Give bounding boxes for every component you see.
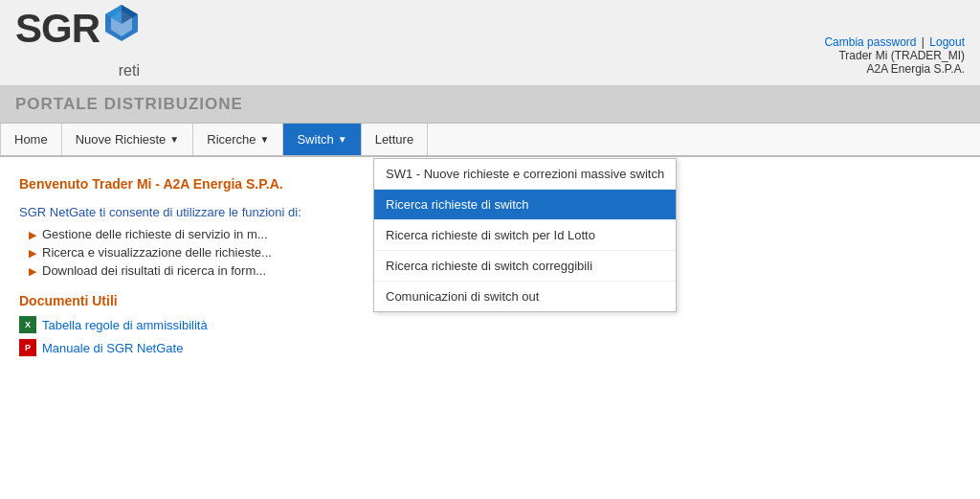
dropdown-item-sw1[interactable]: SW1 - Nuove richieste e correzioni massi… [374,159,676,190]
nav-letture[interactable]: Letture [362,124,428,155]
header-links: Cambia password | Logout [824,35,965,49]
dropdown-item-sw1-label: SW1 - Nuove richieste e correzioni massi… [386,167,664,181]
dropdown-item-ricerca-switch-label: Ricerca richieste di switch [386,197,529,212]
dropdown-item-ricerca-switch[interactable]: Ricerca richieste di switch [374,190,676,220]
bullet-arrow-icon: ▶ [29,265,36,278]
dropdown-item-ricerca-id-lotto-label: Ricerca richieste di switch per Id Lotto [386,228,595,242]
nav-switch-label: Switch [297,132,333,147]
dropdown-item-comunicazioni-label: Comunicazioni di switch out [386,289,539,304]
link-separator: | [922,35,924,49]
nav-letture-label: Letture [375,132,413,147]
dropdown-item-comunicazioni[interactable]: Comunicazioni di switch out [374,282,676,311]
dropdown-item-ricerca-correggibili-label: Ricerca richieste di switch correggibili [386,259,592,273]
xls-icon: X [19,316,36,333]
user-info: Trader Mi (TRADER_MI) [824,49,965,62]
doc-row-tabella: X Tabella regole di ammissibilità [19,316,961,333]
logo-top: SGR [15,3,140,55]
portal-title-bar: PORTALE DISTRIBUZIONE [0,86,980,123]
navbar: Home Nuove Richieste ▼ Ricerche ▼ Switch… [0,123,980,157]
dropdown-item-ricerca-correggibili[interactable]: Ricerca richieste di switch correggibili [374,251,676,282]
logo-text: SGR [15,9,100,49]
switch-dropdown: SW1 - Nuove richieste e correzioni massi… [373,158,677,312]
dropdown-item-ricerca-id-lotto[interactable]: Ricerca richieste di switch per Id Lotto [374,220,676,251]
header-right: Cambia password | Logout Trader Mi (TRAD… [824,35,965,79]
nav-nuove-richieste-caret: ▼ [169,134,179,145]
bullet-text-2: Ricerca e visualizzazione delle richiest… [42,245,272,260]
doc-row-manuale: P Manuale di SGR NetGate [19,339,961,356]
doc-link-tabella[interactable]: Tabella regole di ammissibilità [42,318,208,332]
header: SGR reti Cambia password | Logout Trader… [0,0,980,86]
nav-nuove-richieste[interactable]: Nuove Richieste ▼ [62,124,194,155]
nav-ricerche[interactable]: Ricerche ▼ [193,124,283,155]
doc-link-manuale[interactable]: Manuale di SGR NetGate [42,341,183,355]
nav-ricerche-caret: ▼ [260,134,270,145]
nav-ricerche-label: Ricerche [207,132,256,147]
nav-switch[interactable]: Switch ▼ [283,124,361,155]
bullet-text-1: Gestione delle richieste di servizio in … [42,227,268,241]
company-info: A2A Energia S.P.A. [824,62,965,76]
bullet-arrow-icon: ▶ [29,229,36,241]
nav-home[interactable]: Home [0,124,62,155]
bullet-arrow-icon: ▶ [29,247,36,260]
nav-home-label: Home [14,132,48,147]
nav-nuove-richieste-label: Nuove Richieste [76,132,167,147]
change-password-link[interactable]: Cambia password [824,35,916,49]
portal-title: PORTALE DISTRIBUZIONE [15,95,243,114]
pdf-icon: P [19,339,36,356]
nav-switch-caret: ▼ [338,134,347,145]
logo-diamond-icon [103,3,140,43]
bullet-text-3: Download dei risultati di ricerca in for… [42,263,266,278]
logout-link[interactable]: Logout [929,35,965,49]
logo-wrapper: SGR reti [15,3,140,79]
logo-reti-text: reti [119,62,140,79]
